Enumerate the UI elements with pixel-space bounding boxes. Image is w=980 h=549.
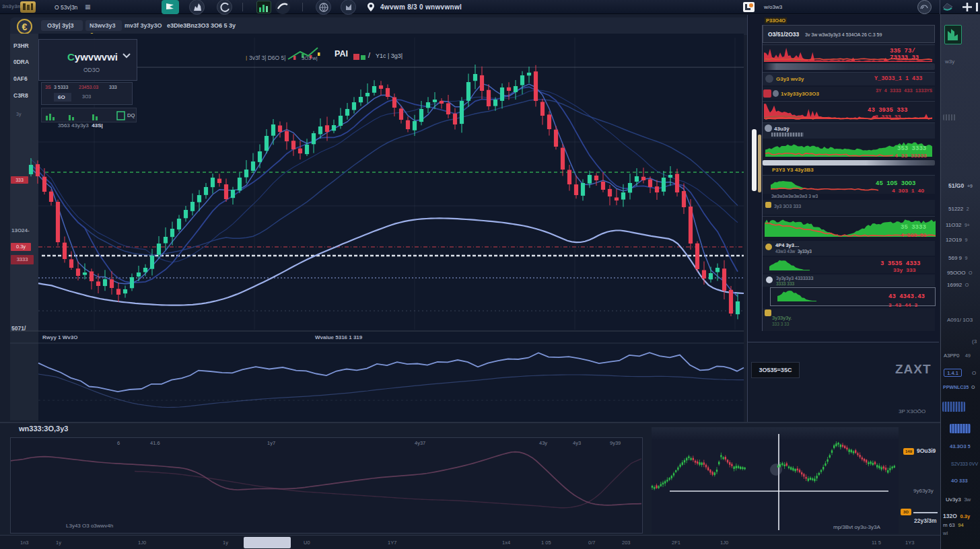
svg-text:4 3O3 1 4O: 4 3O3 1 4O (892, 188, 924, 194)
svg-text:4 33 33333: 4 33 33333 (895, 153, 927, 159)
svg-text:35 3333: 35 3333 (901, 224, 926, 231)
svg-text:3 3535 4333: 3 3535 4333 (880, 260, 920, 267)
svg-text:3 43 44 3: 3 43 44 3 (888, 302, 917, 308)
svg-text:353 3333: 353 3333 (897, 145, 926, 152)
svg-text:45 1O5 3OO3: 45 1O5 3OO3 (876, 180, 915, 187)
svg-text:4 3O3 33: 4 3O3 33 (901, 232, 927, 238)
svg-text:73333 33: 73333 33 (890, 54, 919, 61)
svg-text:43 4343.43: 43 4343.43 (888, 293, 925, 300)
svg-text:43 3935 333: 43 3935 333 (868, 107, 907, 114)
svg-text:33y 333: 33y 333 (893, 267, 916, 273)
svg-text:335 73/: 335 73/ (890, 48, 915, 54)
svg-text:3 333 33: 3 333 33 (875, 114, 901, 120)
